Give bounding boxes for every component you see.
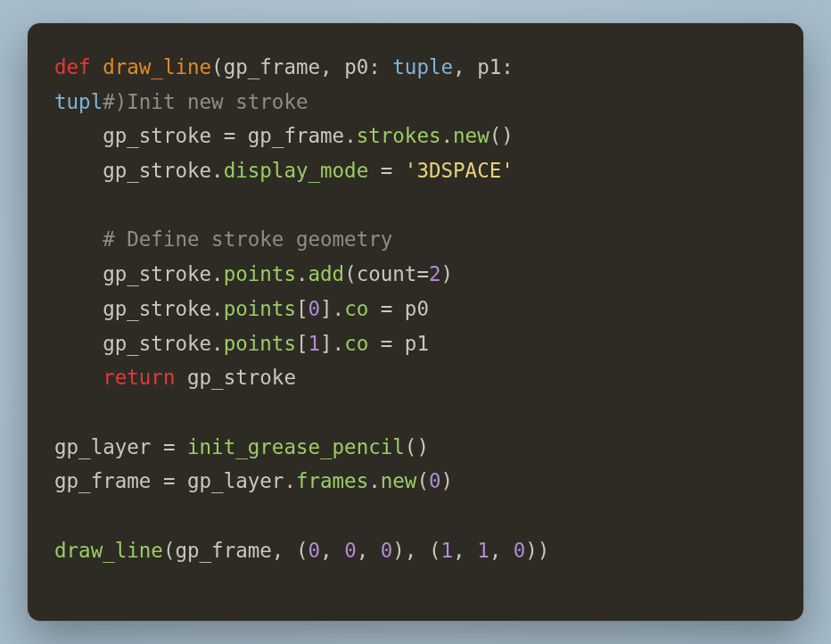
code-token: , <box>453 55 477 78</box>
code-token: draw_line <box>54 539 163 562</box>
code-token: ), ( <box>392 539 440 562</box>
code-token: = <box>163 435 187 458</box>
code-token: . <box>211 297 224 320</box>
code-token: 1 <box>441 539 454 562</box>
code-token: = <box>368 297 405 320</box>
code-token: , <box>320 55 344 78</box>
code-token: ( <box>344 262 357 285</box>
code-token: 1 <box>477 539 490 562</box>
code-token: : <box>501 55 525 78</box>
page-background: def draw_line(gp_frame, p0: tuple, p1: t… <box>0 0 831 644</box>
code-token: 2 <box>429 262 441 285</box>
code-token: . <box>296 262 309 285</box>
code-token <box>54 227 103 251</box>
code-token: () <box>405 435 429 458</box>
code-token: def <box>54 55 103 78</box>
code-token: , <box>453 539 477 562</box>
code-token: . <box>344 124 357 147</box>
code-token: p0 <box>405 297 429 320</box>
code-token: . <box>333 297 345 320</box>
code-token: ( <box>163 539 176 562</box>
code-token: = <box>368 159 405 182</box>
code-token: = <box>163 469 187 492</box>
code-token: gp_stroke <box>175 366 295 389</box>
code-token: ) <box>441 469 454 492</box>
code-token: . <box>333 332 345 355</box>
code-token: ( <box>211 55 224 78</box>
code-token: 0 <box>514 539 526 562</box>
code-token: gp_frame <box>175 539 271 562</box>
code-block[interactable]: def draw_line(gp_frame, p0: tuple, p1: t… <box>54 50 777 567</box>
code-token: = <box>368 332 405 355</box>
code-token: [ <box>296 297 309 320</box>
code-token: , <box>490 539 514 562</box>
code-token: , ( <box>272 539 309 562</box>
code-token: . <box>368 469 381 492</box>
code-token: tuple <box>392 55 453 78</box>
code-token: count <box>357 262 417 285</box>
code-token: gp_layer <box>187 469 284 492</box>
code-token: tupl <box>54 90 103 113</box>
code-token: . <box>441 124 454 147</box>
code-token: points <box>224 297 296 320</box>
code-token: 0 <box>308 297 320 320</box>
code-token: #)Init new stroke <box>103 90 308 113</box>
code-token: . <box>211 159 224 182</box>
code-token: gp_frame <box>54 469 163 492</box>
code-token: gp_frame <box>224 55 320 78</box>
code-token: gp_layer <box>54 435 163 458</box>
code-token: co <box>344 297 368 320</box>
code-token <box>54 366 103 389</box>
code-token: 0 <box>429 469 441 492</box>
code-token: 0 <box>308 539 320 562</box>
code-token: 1 <box>308 332 320 355</box>
code-token: , <box>357 539 381 562</box>
code-token: p1 <box>405 332 429 355</box>
code-token: p1 <box>477 55 501 78</box>
code-token: : <box>368 55 392 78</box>
code-token: new <box>453 124 490 147</box>
code-token: init_grease_pencil <box>187 435 405 458</box>
code-token: add <box>308 262 344 285</box>
code-token: frames <box>296 469 368 492</box>
code-token: = <box>224 124 248 147</box>
code-token: gp_frame <box>248 124 344 147</box>
code-editor-card[interactable]: def draw_line(gp_frame, p0: tuple, p1: t… <box>28 23 803 621</box>
code-token: gp_stroke <box>54 262 211 285</box>
code-token: draw_line <box>103 55 211 78</box>
code-token: p0 <box>344 55 368 78</box>
code-token: co <box>344 332 368 355</box>
text-caret <box>308 89 309 111</box>
code-token: gp_stroke <box>54 159 211 182</box>
code-token: '3DSPACE' <box>405 159 514 182</box>
code-token: () <box>490 124 514 147</box>
code-token: 0 <box>344 539 357 562</box>
code-token: . <box>284 469 296 492</box>
code-token: )) <box>525 539 549 562</box>
code-token: points <box>224 332 296 355</box>
code-token: points <box>224 262 296 285</box>
code-token: new <box>381 469 417 492</box>
code-token: strokes <box>357 124 441 147</box>
code-token: gp_stroke <box>54 297 211 320</box>
code-token: # Define stroke geometry <box>103 227 392 251</box>
code-token: = <box>416 262 429 285</box>
code-token: . <box>211 262 224 285</box>
code-token: gp_stroke <box>54 124 224 147</box>
code-token: return <box>103 366 175 389</box>
code-token: display_mode <box>224 159 369 182</box>
code-token: ] <box>320 332 333 355</box>
code-token: ( <box>416 469 429 492</box>
code-token: , <box>320 539 344 562</box>
code-token: . <box>211 332 224 355</box>
code-token: gp_stroke <box>54 332 211 355</box>
code-token: 0 <box>381 539 393 562</box>
code-token: [ <box>296 332 309 355</box>
code-token: ] <box>320 297 333 320</box>
code-token: ) <box>441 262 454 285</box>
